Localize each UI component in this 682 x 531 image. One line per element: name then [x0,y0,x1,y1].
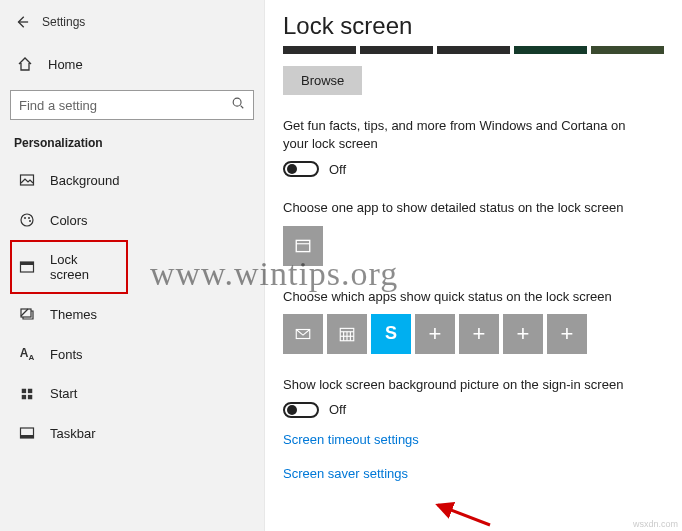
back-icon[interactable] [14,14,30,30]
svg-point-7 [29,220,31,222]
fun-facts-state: Off [329,162,346,177]
sidebar-item-fonts[interactable]: AA Fonts [10,334,254,374]
quick-app-add[interactable]: + [415,314,455,354]
home-label: Home [48,57,83,72]
page-title: Lock screen [283,12,664,40]
svg-rect-11 [22,389,26,393]
quick-app-add[interactable]: + [503,314,543,354]
sidebar: Settings Home Personalization Background [0,0,265,531]
sidebar-item-label: Background [50,173,119,188]
sidebar-item-colors[interactable]: Colors [10,200,254,240]
themes-icon [18,306,36,322]
detailed-status-label: Choose one app to show detailed status o… [283,199,653,217]
home-icon [16,56,34,72]
picture-icon [18,172,36,188]
sidebar-item-label: Taskbar [50,426,96,441]
sidebar-item-taskbar[interactable]: Taskbar [10,413,254,453]
detailed-status-app[interactable] [283,226,323,266]
sidebar-item-start[interactable]: Start [10,374,254,413]
category-title: Personalization [14,136,250,150]
sidebar-item-background[interactable]: Background [10,160,254,200]
svg-point-5 [24,217,26,219]
svg-rect-17 [296,240,310,251]
start-icon [18,387,36,401]
main-content: Lock screen Browse Get fun facts, tips, … [265,0,682,531]
sidebar-item-themes[interactable]: Themes [10,294,254,334]
quick-app-add[interactable]: + [459,314,499,354]
svg-rect-16 [21,435,34,438]
link-screen-timeout[interactable]: Screen timeout settings [283,432,419,447]
sidebar-item-lock-screen[interactable]: Lock screen [10,240,128,294]
quick-status-label: Choose which apps show quick status on t… [283,288,653,306]
signin-picture-label: Show lock screen background picture on t… [283,376,653,394]
svg-rect-3 [21,175,34,185]
link-screen-saver[interactable]: Screen saver settings [283,466,408,481]
quick-app-skype[interactable]: S [371,314,411,354]
svg-rect-12 [28,389,32,393]
background-thumbnails[interactable] [283,46,664,54]
quick-app-add[interactable]: + [547,314,587,354]
sidebar-item-label: Fonts [50,347,83,362]
signin-picture-toggle[interactable] [283,402,319,418]
svg-rect-9 [20,262,33,265]
signin-picture-state: Off [329,402,346,417]
home-nav[interactable]: Home [10,46,254,82]
palette-icon [18,212,36,228]
sidebar-item-label: Lock screen [50,252,120,282]
search-field[interactable] [19,98,231,113]
browse-button[interactable]: Browse [283,66,362,95]
corner-credit: wsxdn.com [633,519,678,529]
window-title: Settings [42,15,85,29]
svg-rect-14 [28,395,32,399]
taskbar-icon [18,425,36,441]
search-input[interactable] [10,90,254,120]
svg-point-4 [21,214,33,226]
svg-point-1 [233,98,241,106]
lock-screen-icon [18,259,36,275]
fun-facts-label: Get fun facts, tips, and more from Windo… [283,117,653,153]
svg-point-6 [28,217,30,219]
quick-app-calendar[interactable] [327,314,367,354]
sidebar-item-label: Start [50,386,77,401]
sidebar-item-label: Colors [50,213,88,228]
search-icon [231,96,245,114]
svg-line-2 [241,106,244,109]
svg-rect-13 [22,395,26,399]
fun-facts-toggle[interactable] [283,161,319,177]
sidebar-item-label: Themes [50,307,97,322]
fonts-icon: AA [18,346,36,362]
quick-app-mail[interactable] [283,314,323,354]
